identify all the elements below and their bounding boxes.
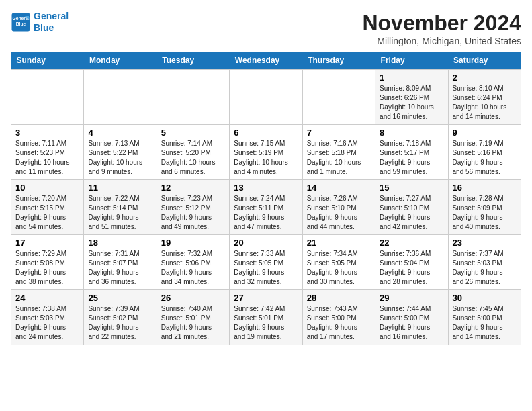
calendar-cell: 23Sunrise: 7:37 AM Sunset: 5:03 PM Dayli…	[448, 235, 521, 290]
day-number: 10	[15, 183, 79, 193]
day-number: 16	[453, 183, 517, 193]
day-number: 9	[453, 128, 517, 138]
calendar-table: SundayMondayTuesdayWednesdayThursdayFrid…	[11, 52, 521, 345]
calendar-cell: 3Sunrise: 7:11 AM Sunset: 5:23 PM Daylig…	[11, 125, 84, 180]
calendar-cell: 4Sunrise: 7:13 AM Sunset: 5:22 PM Daylig…	[84, 125, 157, 180]
svg-text:Blue: Blue	[16, 21, 26, 26]
day-number: 25	[88, 293, 152, 303]
calendar-cell: 29Sunrise: 7:44 AM Sunset: 5:00 PM Dayli…	[375, 290, 448, 345]
calendar-cell: 27Sunrise: 7:42 AM Sunset: 5:01 PM Dayli…	[230, 290, 302, 345]
calendar-cell: 30Sunrise: 7:45 AM Sunset: 5:00 PM Dayli…	[448, 290, 521, 345]
day-info: Sunrise: 7:38 AM Sunset: 5:03 PM Dayligh…	[15, 304, 79, 342]
weekday-header: Thursday	[302, 52, 375, 70]
day-info: Sunrise: 7:28 AM Sunset: 5:09 PM Dayligh…	[453, 194, 517, 232]
day-info: Sunrise: 7:44 AM Sunset: 5:00 PM Dayligh…	[380, 304, 443, 342]
calendar-cell: 26Sunrise: 7:40 AM Sunset: 5:01 PM Dayli…	[157, 290, 229, 345]
calendar-cell: 8Sunrise: 7:18 AM Sunset: 5:17 PM Daylig…	[375, 125, 448, 180]
day-number: 3	[15, 128, 79, 138]
calendar-cell: 18Sunrise: 7:31 AM Sunset: 5:07 PM Dayli…	[84, 235, 157, 290]
calendar-cell	[157, 70, 229, 125]
calendar-cell: 9Sunrise: 7:19 AM Sunset: 5:16 PM Daylig…	[448, 125, 521, 180]
day-number: 12	[161, 183, 225, 193]
day-info: Sunrise: 7:31 AM Sunset: 5:07 PM Dayligh…	[88, 249, 152, 287]
day-info: Sunrise: 7:13 AM Sunset: 5:22 PM Dayligh…	[88, 139, 152, 177]
day-info: Sunrise: 7:16 AM Sunset: 5:18 PM Dayligh…	[307, 139, 371, 177]
calendar-cell	[230, 70, 302, 125]
day-info: Sunrise: 7:23 AM Sunset: 5:12 PM Dayligh…	[161, 194, 225, 232]
calendar-cell: 25Sunrise: 7:39 AM Sunset: 5:02 PM Dayli…	[84, 290, 157, 345]
day-number: 27	[234, 293, 298, 303]
page-header: General Blue General Blue November 2024 …	[11, 11, 521, 46]
title-area: November 2024 Millington, Michigan, Unit…	[362, 11, 521, 46]
day-number: 30	[453, 293, 517, 303]
day-number: 24	[15, 293, 79, 303]
calendar-cell: 28Sunrise: 7:43 AM Sunset: 5:00 PM Dayli…	[302, 290, 375, 345]
day-number: 6	[234, 128, 298, 138]
calendar-cell: 13Sunrise: 7:24 AM Sunset: 5:11 PM Dayli…	[230, 180, 302, 235]
day-info: Sunrise: 7:26 AM Sunset: 5:10 PM Dayligh…	[307, 194, 371, 232]
calendar-cell: 6Sunrise: 7:15 AM Sunset: 5:19 PM Daylig…	[230, 125, 302, 180]
day-number: 11	[88, 183, 152, 193]
calendar-cell: 20Sunrise: 7:33 AM Sunset: 5:05 PM Dayli…	[230, 235, 302, 290]
logo-line2: Blue	[34, 22, 54, 33]
day-info: Sunrise: 7:45 AM Sunset: 5:00 PM Dayligh…	[453, 304, 517, 342]
day-info: Sunrise: 7:24 AM Sunset: 5:11 PM Dayligh…	[234, 194, 298, 232]
calendar-week-row: 3Sunrise: 7:11 AM Sunset: 5:23 PM Daylig…	[11, 125, 521, 180]
day-info: Sunrise: 7:36 AM Sunset: 5:04 PM Dayligh…	[380, 249, 443, 287]
calendar-cell: 17Sunrise: 7:29 AM Sunset: 5:08 PM Dayli…	[11, 235, 84, 290]
weekday-header: Tuesday	[157, 52, 229, 70]
day-info: Sunrise: 7:43 AM Sunset: 5:00 PM Dayligh…	[307, 304, 371, 342]
day-number: 2	[453, 73, 517, 83]
day-info: Sunrise: 7:27 AM Sunset: 5:10 PM Dayligh…	[380, 194, 443, 232]
calendar-cell: 7Sunrise: 7:16 AM Sunset: 5:18 PM Daylig…	[302, 125, 375, 180]
calendar-cell: 15Sunrise: 7:27 AM Sunset: 5:10 PM Dayli…	[375, 180, 448, 235]
day-info: Sunrise: 8:10 AM Sunset: 6:24 PM Dayligh…	[453, 84, 517, 122]
day-number: 28	[307, 293, 371, 303]
day-info: Sunrise: 7:40 AM Sunset: 5:01 PM Dayligh…	[161, 304, 225, 342]
month-title: November 2024	[362, 11, 521, 36]
day-info: Sunrise: 7:18 AM Sunset: 5:17 PM Dayligh…	[380, 139, 443, 177]
day-info: Sunrise: 7:39 AM Sunset: 5:02 PM Dayligh…	[88, 304, 152, 342]
day-number: 1	[380, 73, 443, 83]
calendar-cell: 19Sunrise: 7:32 AM Sunset: 5:06 PM Dayli…	[157, 235, 229, 290]
day-number: 8	[380, 128, 443, 138]
weekday-header: Wednesday	[230, 52, 302, 70]
calendar-week-row: 17Sunrise: 7:29 AM Sunset: 5:08 PM Dayli…	[11, 235, 521, 290]
day-info: Sunrise: 7:11 AM Sunset: 5:23 PM Dayligh…	[15, 139, 79, 177]
calendar-cell: 16Sunrise: 7:28 AM Sunset: 5:09 PM Dayli…	[448, 180, 521, 235]
calendar-cell: 5Sunrise: 7:14 AM Sunset: 5:20 PM Daylig…	[157, 125, 229, 180]
day-info: Sunrise: 7:34 AM Sunset: 5:05 PM Dayligh…	[307, 249, 371, 287]
calendar-week-row: 10Sunrise: 7:20 AM Sunset: 5:15 PM Dayli…	[11, 180, 521, 235]
weekday-header: Monday	[84, 52, 157, 70]
calendar-cell	[302, 70, 375, 125]
weekday-header: Saturday	[448, 52, 521, 70]
day-number: 17	[15, 238, 79, 248]
day-number: 13	[234, 183, 298, 193]
day-info: Sunrise: 7:20 AM Sunset: 5:15 PM Dayligh…	[15, 194, 79, 232]
calendar-week-row: 24Sunrise: 7:38 AM Sunset: 5:03 PM Dayli…	[11, 290, 521, 345]
day-info: Sunrise: 7:29 AM Sunset: 5:08 PM Dayligh…	[15, 249, 79, 287]
day-number: 29	[380, 293, 443, 303]
calendar-week-row: 1Sunrise: 8:09 AM Sunset: 6:26 PM Daylig…	[11, 70, 521, 125]
day-info: Sunrise: 7:33 AM Sunset: 5:05 PM Dayligh…	[234, 249, 298, 287]
calendar-cell: 24Sunrise: 7:38 AM Sunset: 5:03 PM Dayli…	[11, 290, 84, 345]
day-info: Sunrise: 7:15 AM Sunset: 5:19 PM Dayligh…	[234, 139, 298, 177]
day-info: Sunrise: 7:42 AM Sunset: 5:01 PM Dayligh…	[234, 304, 298, 342]
calendar-cell: 2Sunrise: 8:10 AM Sunset: 6:24 PM Daylig…	[448, 70, 521, 125]
day-number: 4	[88, 128, 152, 138]
day-info: Sunrise: 7:22 AM Sunset: 5:14 PM Dayligh…	[88, 194, 152, 232]
day-info: Sunrise: 8:09 AM Sunset: 6:26 PM Dayligh…	[380, 84, 443, 122]
calendar-cell: 21Sunrise: 7:34 AM Sunset: 5:05 PM Dayli…	[302, 235, 375, 290]
calendar-cell: 1Sunrise: 8:09 AM Sunset: 6:26 PM Daylig…	[375, 70, 448, 125]
day-number: 15	[380, 183, 443, 193]
logo-icon: General Blue	[11, 12, 31, 32]
day-info: Sunrise: 7:32 AM Sunset: 5:06 PM Dayligh…	[161, 249, 225, 287]
logo-line1: General	[34, 11, 69, 21]
calendar-cell: 14Sunrise: 7:26 AM Sunset: 5:10 PM Dayli…	[302, 180, 375, 235]
calendar-cell	[11, 70, 84, 125]
day-info: Sunrise: 7:14 AM Sunset: 5:20 PM Dayligh…	[161, 139, 225, 177]
day-number: 18	[88, 238, 152, 248]
day-number: 23	[453, 238, 517, 248]
weekday-header: Sunday	[11, 52, 84, 70]
day-number: 5	[161, 128, 225, 138]
